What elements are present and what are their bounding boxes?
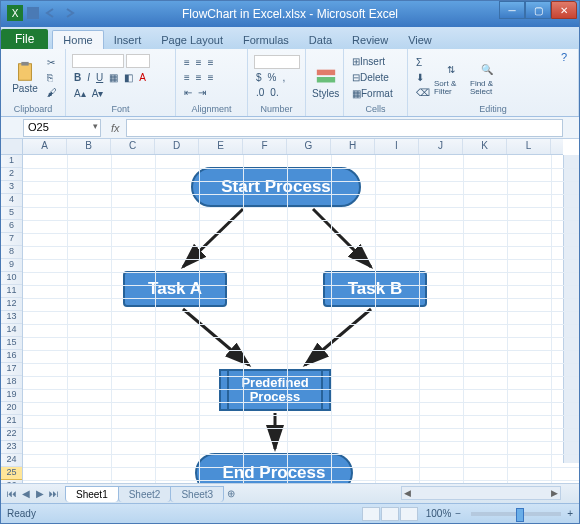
clear-icon[interactable]: ⌫ (414, 85, 432, 99)
normal-view-button[interactable] (362, 507, 380, 521)
currency-icon[interactable]: $ (254, 70, 264, 84)
cut-icon[interactable]: ✂ (45, 55, 59, 69)
row-header[interactable]: 2 (1, 168, 22, 181)
align-center-icon[interactable]: ≡ (194, 70, 204, 84)
format-painter-icon[interactable]: 🖌 (45, 85, 59, 99)
underline-button[interactable]: U (94, 70, 105, 84)
zoom-out-icon[interactable]: − (455, 508, 461, 519)
col-header[interactable]: E (199, 139, 243, 154)
sheet-tab-2[interactable]: Sheet2 (118, 486, 172, 502)
col-header[interactable]: A (23, 139, 67, 154)
row-header[interactable]: 22 (1, 428, 22, 441)
row-header[interactable]: 12 (1, 298, 22, 311)
row-header[interactable]: 1 (1, 155, 22, 168)
cells-canvas[interactable]: Start Process Task A Task B PredefinedPr… (23, 155, 579, 483)
fx-icon[interactable]: fx (111, 122, 120, 134)
align-middle-icon[interactable]: ≡ (194, 55, 204, 69)
row-header[interactable]: 10 (1, 272, 22, 285)
tab-formulas[interactable]: Formulas (233, 31, 299, 49)
format-cells-button[interactable]: ▦ Format (350, 86, 395, 100)
col-header[interactable]: C (111, 139, 155, 154)
help-icon[interactable]: ? (561, 51, 575, 65)
flowchart-end[interactable]: End Process (195, 453, 353, 483)
row-header[interactable]: 17 (1, 363, 22, 376)
indent-increase-icon[interactable]: ⇥ (196, 85, 208, 99)
row-header[interactable]: 13 (1, 311, 22, 324)
row-header[interactable]: 8 (1, 246, 22, 259)
row-header[interactable]: 16 (1, 350, 22, 363)
sheet-tab-3[interactable]: Sheet3 (170, 486, 224, 502)
redo-icon[interactable] (61, 5, 77, 21)
col-header[interactable]: G (287, 139, 331, 154)
tab-view[interactable]: View (398, 31, 442, 49)
sheet-nav-prev-icon[interactable]: ◀ (19, 488, 33, 499)
col-header[interactable]: B (67, 139, 111, 154)
minimize-button[interactable]: ─ (499, 1, 525, 19)
row-header[interactable]: 3 (1, 181, 22, 194)
grow-font-icon[interactable]: A▴ (72, 86, 88, 100)
col-header[interactable]: J (419, 139, 463, 154)
undo-icon[interactable] (43, 5, 59, 21)
col-header[interactable]: H (331, 139, 375, 154)
number-format-dropdown[interactable] (254, 55, 300, 69)
comma-icon[interactable]: , (280, 70, 287, 84)
tab-data[interactable]: Data (299, 31, 342, 49)
new-sheet-icon[interactable]: ⊕ (223, 488, 239, 499)
sheet-nav-first-icon[interactable]: ⏮ (5, 488, 19, 499)
zoom-in-icon[interactable]: + (567, 508, 573, 519)
row-header[interactable]: 4 (1, 194, 22, 207)
flowchart-start[interactable]: Start Process (191, 167, 361, 207)
tab-insert[interactable]: Insert (104, 31, 152, 49)
row-header[interactable]: 11 (1, 285, 22, 298)
font-size-dropdown[interactable] (126, 54, 150, 68)
page-break-view-button[interactable] (400, 507, 418, 521)
insert-cells-button[interactable]: ⊞ Insert (350, 54, 395, 68)
border-button[interactable]: ▦ (107, 70, 120, 84)
delete-cells-button[interactable]: ⊟ Delete (350, 70, 395, 84)
fill-color-button[interactable]: ◧ (122, 70, 135, 84)
row-header[interactable]: 18 (1, 376, 22, 389)
select-all-corner[interactable] (1, 139, 23, 155)
col-header[interactable]: D (155, 139, 199, 154)
cell-styles-button[interactable]: Styles (312, 57, 339, 107)
sort-filter-button[interactable]: ⇅ Sort & Filter (434, 52, 468, 102)
page-layout-view-button[interactable] (381, 507, 399, 521)
row-header[interactable]: 25 (1, 467, 22, 480)
formula-input[interactable] (126, 119, 563, 137)
autosum-icon[interactable]: Σ (414, 55, 432, 69)
row-header[interactable]: 6 (1, 220, 22, 233)
percent-icon[interactable]: % (266, 70, 279, 84)
file-tab[interactable]: File (1, 29, 48, 49)
col-header[interactable]: K (463, 139, 507, 154)
row-header[interactable]: 7 (1, 233, 22, 246)
col-header[interactable]: F (243, 139, 287, 154)
flowchart-task-a[interactable]: Task A (123, 271, 227, 307)
horizontal-scrollbar[interactable]: ◀▶ (401, 486, 561, 500)
row-header[interactable]: 15 (1, 337, 22, 350)
font-color-button[interactable]: A (137, 70, 148, 84)
row-header[interactable]: 14 (1, 324, 22, 337)
zoom-slider[interactable] (471, 512, 561, 516)
align-top-icon[interactable]: ≡ (182, 55, 192, 69)
sheet-nav-last-icon[interactable]: ⏭ (47, 488, 61, 499)
row-header[interactable]: 21 (1, 415, 22, 428)
italic-button[interactable]: I (85, 70, 92, 84)
indent-decrease-icon[interactable]: ⇤ (182, 85, 194, 99)
paste-button[interactable]: Paste (7, 52, 43, 102)
decrease-decimal-icon[interactable]: 0. (268, 85, 280, 99)
fill-icon[interactable]: ⬇ (414, 70, 432, 84)
align-left-icon[interactable]: ≡ (182, 70, 192, 84)
save-icon[interactable] (25, 5, 41, 21)
sheet-tab-1[interactable]: Sheet1 (65, 486, 119, 502)
tab-page-layout[interactable]: Page Layout (151, 31, 233, 49)
shrink-font-icon[interactable]: A▾ (90, 86, 106, 100)
sheet-nav-next-icon[interactable]: ▶ (33, 488, 47, 499)
align-bottom-icon[interactable]: ≡ (206, 55, 216, 69)
bold-button[interactable]: B (72, 70, 83, 84)
align-right-icon[interactable]: ≡ (206, 70, 216, 84)
row-header[interactable]: 19 (1, 389, 22, 402)
col-header[interactable]: L (507, 139, 551, 154)
row-header[interactable]: 20 (1, 402, 22, 415)
tab-home[interactable]: Home (52, 30, 103, 49)
tab-review[interactable]: Review (342, 31, 398, 49)
